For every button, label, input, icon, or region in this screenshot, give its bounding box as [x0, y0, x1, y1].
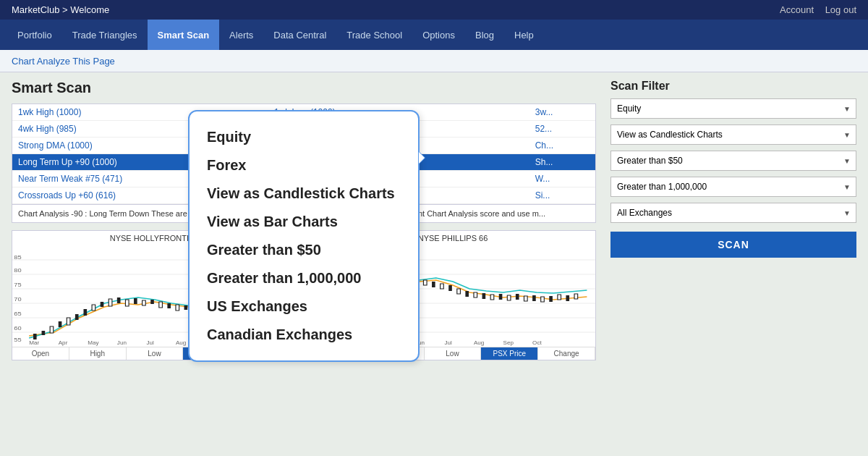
scan-link[interactable]: W... — [535, 174, 550, 184]
svg-text:Jun: Jun — [117, 340, 127, 346]
chart-type-select[interactable]: View as Candlestick Charts View as Bar C… — [610, 124, 856, 145]
scan-link[interactable]: Long Term Up +90 (1000) — [18, 157, 117, 167]
svg-rect-21 — [101, 302, 104, 307]
volume-filter-select[interactable]: Greater than 1,000,000 Greater than 500,… — [610, 177, 856, 197]
svg-text:85: 85 — [14, 254, 21, 261]
scan-link[interactable]: 1wk High (1000) — [18, 107, 81, 117]
svg-rect-30 — [176, 305, 179, 311]
svg-text:75: 75 — [14, 282, 21, 288]
svg-rect-83 — [490, 295, 494, 300]
nav-portfolio[interactable]: Portfolio — [7, 20, 62, 50]
nav-smart-scan[interactable]: Smart Scan — [148, 20, 220, 50]
scan-link[interactable]: 52... — [535, 124, 552, 134]
scan-link[interactable]: 4wk High (985) — [18, 124, 77, 134]
svg-rect-92 — [566, 295, 569, 301]
nav-data-central[interactable]: Data Central — [263, 20, 336, 50]
dropdown-item-gt50[interactable]: Greater than $50 — [207, 236, 401, 264]
dropdown-item-equity[interactable]: Equity — [207, 123, 401, 151]
nav-trade-school[interactable]: Trade School — [336, 20, 412, 50]
svg-rect-87 — [524, 296, 528, 301]
top-bar: MarketClub > Welcome Account Log out — [0, 0, 868, 20]
svg-text:60: 60 — [14, 325, 21, 332]
nav-blog[interactable]: Blog — [465, 20, 504, 50]
smart-scan-title: Smart Scan — [12, 80, 596, 96]
chart-type-select-wrapper: View as Candlestick Charts View as Bar C… — [610, 124, 856, 145]
svg-rect-22 — [109, 299, 112, 306]
svg-rect-26 — [142, 300, 146, 305]
svg-text:70: 70 — [14, 296, 21, 303]
current-page: Welcome — [70, 4, 109, 15]
exchange-select-wrapper: All Exchanges US Exchanges Canadian Exch… — [610, 203, 856, 223]
scan-link[interactable]: Crossroads Up +60 (616) — [18, 190, 116, 200]
dropdown-item-candlestick[interactable]: View as Candlestick Charts — [207, 180, 401, 208]
logout-link[interactable]: Log out — [825, 4, 856, 15]
svg-rect-23 — [117, 297, 121, 303]
dropdown-item-bar-charts[interactable]: View as Bar Charts — [207, 208, 401, 236]
svg-rect-89 — [541, 297, 545, 302]
svg-rect-20 — [92, 305, 95, 311]
col-change-2: Change — [538, 347, 595, 360]
svg-text:Aug: Aug — [176, 340, 186, 346]
scan-filter-title: Scan Filter — [610, 80, 856, 93]
svg-rect-14 — [42, 331, 46, 335]
svg-rect-77 — [441, 284, 444, 289]
svg-rect-84 — [499, 294, 503, 300]
equity-select-wrapper: Equity Forex — [610, 98, 856, 119]
svg-text:55: 55 — [14, 337, 21, 343]
scan-link[interactable]: 3w... — [535, 107, 553, 117]
svg-rect-25 — [134, 298, 137, 304]
svg-text:Sep: Sep — [503, 340, 514, 346]
svg-rect-81 — [474, 292, 477, 297]
scan-link[interactable]: Strong DMA (1000) — [18, 140, 93, 151]
svg-rect-93 — [574, 294, 578, 299]
dropdown-item-us-exchanges[interactable]: US Exchanges — [207, 292, 401, 321]
nav-options[interactable]: Options — [412, 20, 465, 50]
nav-bar: Portfolio Trade Triangles Smart Scan Ale… — [0, 20, 868, 50]
svg-rect-82 — [482, 293, 486, 299]
scan-button[interactable]: SCAN — [610, 232, 856, 258]
svg-rect-17 — [67, 318, 70, 325]
svg-rect-31 — [184, 305, 188, 310]
exchange-select[interactable]: All Exchanges US Exchanges Canadian Exch… — [610, 203, 856, 223]
svg-rect-88 — [532, 295, 536, 301]
svg-text:65: 65 — [14, 311, 21, 317]
svg-rect-85 — [507, 295, 511, 300]
col-price-2: PSX Price — [481, 347, 538, 360]
scan-link[interactable]: Ch... — [535, 140, 553, 151]
dropdown-overlay: Equity Forex View as Candlestick Charts … — [188, 110, 420, 362]
main-content: Smart Scan 1wk High (1000) 1wk Low (1000… — [0, 72, 868, 368]
right-panel: Scan Filter Equity Forex View as Candles… — [610, 80, 856, 360]
svg-rect-13 — [33, 334, 37, 339]
svg-rect-78 — [448, 285, 452, 291]
svg-rect-27 — [150, 300, 154, 304]
scan-link[interactable]: Sh... — [535, 157, 553, 167]
chart-analyze-link[interactable]: Chart Analyze This Page — [12, 56, 115, 67]
svg-text:Oct: Oct — [532, 340, 542, 346]
col-open: Open — [12, 347, 69, 360]
volume-filter-select-wrapper: Greater than 1,000,000 Greater than 500,… — [610, 177, 856, 197]
nav-trade-triangles[interactable]: Trade Triangles — [62, 20, 148, 50]
site-name: MarketClub — [12, 4, 59, 15]
svg-text:May: May — [88, 340, 99, 346]
price-filter-select-wrapper: Greater than $50 Greater than $25 — [610, 151, 856, 171]
svg-rect-16 — [59, 321, 62, 327]
nav-alerts[interactable]: Alerts — [219, 20, 263, 50]
price-filter-select[interactable]: Greater than $50 Greater than $25 — [610, 151, 856, 171]
scan-link[interactable]: Si... — [535, 190, 550, 200]
svg-rect-76 — [432, 282, 435, 287]
equity-select[interactable]: Equity Forex — [610, 98, 856, 119]
account-links: Account Log out — [771, 4, 856, 15]
svg-rect-29 — [167, 303, 171, 308]
breadcrumb-separator: > — [62, 4, 70, 15]
svg-rect-24 — [125, 300, 129, 306]
dropdown-item-gt1m[interactable]: Greater than 1,000,000 — [207, 264, 401, 292]
nav-help[interactable]: Help — [504, 20, 544, 50]
svg-rect-80 — [465, 291, 469, 297]
scan-link[interactable]: Near Term Weak #75 (471) — [18, 174, 122, 184]
svg-rect-28 — [159, 302, 163, 308]
dropdown-item-forex[interactable]: Forex — [207, 151, 401, 180]
svg-rect-15 — [50, 326, 54, 333]
dropdown-item-canadian-exchanges[interactable]: Canadian Exchanges — [207, 321, 401, 349]
account-link[interactable]: Account — [780, 4, 814, 15]
breadcrumb: MarketClub > Welcome — [12, 4, 109, 15]
